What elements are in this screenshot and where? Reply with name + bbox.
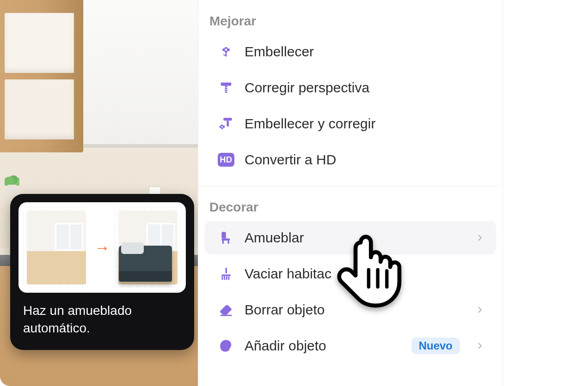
chair-icon <box>218 229 234 246</box>
before-image <box>23 207 90 288</box>
chevron-right-icon <box>476 339 484 352</box>
svg-rect-25 <box>228 276 230 280</box>
tooltip-text: Haz un amueblado automático. <box>18 293 186 338</box>
arrow-icon: → <box>94 239 110 257</box>
menu-item-label: Borrar objeto <box>245 302 325 318</box>
upper-cabinet <box>83 0 198 148</box>
menu-item-label: Embellecer <box>245 44 314 60</box>
app-stage: → Haz un amueblado automático. Mejorar E… <box>0 0 588 386</box>
tooltip-card: → Haz un amueblado automático. <box>10 194 194 350</box>
flower-tsquare-icon <box>218 115 234 132</box>
menu-item-furnish[interactable]: Amueblar <box>205 221 496 254</box>
wood-shelf <box>0 0 83 152</box>
svg-rect-23 <box>224 276 225 280</box>
before-after-preview: → <box>18 202 186 293</box>
svg-rect-8 <box>225 87 227 88</box>
menu-item-label: Amueblar <box>245 230 304 246</box>
svg-rect-18 <box>221 238 230 241</box>
svg-rect-22 <box>222 276 223 280</box>
after-image <box>115 207 181 288</box>
chevron-right-icon <box>476 231 484 244</box>
blob-icon <box>218 338 234 354</box>
svg-rect-11 <box>223 118 232 121</box>
svg-rect-24 <box>226 276 227 280</box>
svg-rect-20 <box>228 241 229 244</box>
menu-item-empty-room[interactable]: Vaciar habitac <box>205 257 496 290</box>
menu-item-beautify[interactable]: Embellecer <box>205 35 496 68</box>
svg-rect-21 <box>226 268 227 274</box>
svg-rect-26 <box>220 315 232 316</box>
menu-item-label: Añadir objeto <box>245 338 326 354</box>
new-badge: Nuevo <box>411 338 460 354</box>
shelf-opening <box>5 79 74 139</box>
svg-rect-19 <box>222 241 224 244</box>
menu-item-add-object[interactable]: Añadir objeto Nuevo <box>205 329 496 362</box>
menu-item-convert-hd[interactable]: HD Convertir a HD <box>205 143 496 176</box>
chevron-right-icon <box>476 303 484 316</box>
svg-rect-12 <box>227 121 229 127</box>
hd-icon: HD <box>218 151 234 168</box>
svg-rect-6 <box>221 83 232 86</box>
flower-icon <box>218 43 234 60</box>
menu-item-erase-object[interactable]: Borrar objeto <box>205 293 496 326</box>
menu-item-perspective[interactable]: Corregir perspectiva <box>205 71 496 104</box>
section-label-decorate: Decorar <box>198 186 502 218</box>
menu-item-label: Vaciar habitac <box>245 266 331 282</box>
menu-item-label: Convertir a HD <box>245 152 336 168</box>
svg-point-4 <box>225 48 227 51</box>
t-square-icon <box>218 79 234 96</box>
menu-item-beautify-and-correct[interactable]: Embellecer y corregir <box>205 107 496 140</box>
svg-rect-10 <box>225 91 227 92</box>
section-label-improve: Mejorar <box>198 0 502 32</box>
broom-icon <box>218 265 234 282</box>
right-gutter <box>503 0 588 386</box>
plant-decor <box>5 171 19 192</box>
eraser-icon <box>218 302 234 318</box>
shelf-opening <box>5 13 74 73</box>
menu-item-label: Embellecer y corregir <box>245 116 375 132</box>
tools-menu: Mejorar Embellecer Corregir perspectiva … <box>198 0 503 386</box>
svg-point-17 <box>221 126 223 127</box>
svg-rect-9 <box>225 89 227 90</box>
menu-item-label: Corregir perspectiva <box>245 80 369 96</box>
hd-badge: HD <box>218 153 234 167</box>
